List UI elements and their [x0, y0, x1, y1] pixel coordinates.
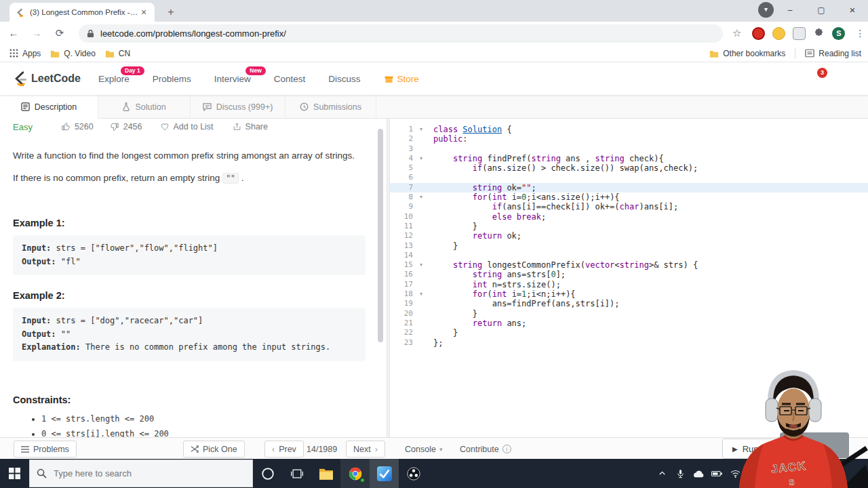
editor-line[interactable]: 14 — [390, 251, 868, 260]
editor-line[interactable]: 21 return ans; — [390, 319, 868, 328]
media-control-icon[interactable]: ▾ — [758, 2, 774, 18]
url-field[interactable]: leetcode.com/problems/longest-common-pre… — [79, 24, 723, 43]
editor-line[interactable]: 19 ans=findPref(ans,strs[i]); — [390, 299, 868, 308]
pick-one-button[interactable]: Pick One — [183, 441, 245, 458]
browser-tab[interactable]: (3) Longest Common Prefix - Le × — [9, 3, 155, 22]
task-view-icon[interactable] — [282, 459, 311, 488]
bookmarks-bar: Apps Q. Video CN Other bookmarks — [0, 45, 868, 62]
editor-line[interactable]: 12 return ok; — [390, 231, 868, 241]
browser-profile-avatar[interactable]: S — [832, 27, 845, 40]
fold-arrow-icon[interactable]: ▾ — [416, 154, 427, 163]
editor-line[interactable]: 17 int n=strs.size(); — [390, 280, 868, 289]
fold-gutter — [416, 309, 427, 319]
reading-list-button[interactable]: Reading list — [805, 49, 861, 58]
nav-item-contest[interactable]: Contest — [274, 74, 306, 84]
editor-line[interactable]: 22 } — [390, 328, 868, 338]
new-tab-button[interactable]: + — [165, 6, 177, 18]
fold-arrow-icon[interactable]: ▾ — [416, 125, 427, 134]
cortana-icon[interactable] — [253, 459, 282, 488]
refresh-icon[interactable]: ⟳ — [50, 24, 69, 43]
nav-item-explore[interactable]: ExploreDay 1 — [98, 74, 130, 84]
code-text: class Solution { — [427, 125, 868, 134]
apps-shortcut[interactable]: Apps — [9, 49, 41, 58]
tab-extension-icon[interactable] — [793, 27, 806, 40]
fold-arrow-icon[interactable]: ▾ — [416, 289, 427, 299]
problems-button[interactable]: Problems — [14, 441, 77, 458]
video-app-icon[interactable] — [370, 459, 399, 488]
tray-expand-icon[interactable] — [655, 468, 669, 479]
onedrive-icon[interactable] — [692, 468, 705, 479]
extensions-puzzle-icon[interactable] — [813, 28, 825, 39]
share-button[interactable]: Share — [233, 122, 268, 131]
console-button[interactable]: Console▾ — [405, 441, 442, 458]
contribute-button[interactable]: Contributei — [460, 441, 511, 458]
editor-line[interactable]: 11 } — [390, 222, 868, 231]
code-text: return ok; — [427, 231, 868, 241]
back-icon[interactable]: ← — [4, 24, 23, 43]
fold-arrow-icon[interactable]: ▾ — [416, 260, 427, 270]
fold-gutter — [416, 299, 427, 308]
emoji-extension-icon[interactable] — [772, 27, 785, 40]
description-scrollbar[interactable] — [378, 129, 383, 342]
editor-line[interactable]: 13 } — [390, 241, 868, 251]
fold-arrow-icon[interactable]: ▾ — [416, 192, 427, 202]
nav-item-interview[interactable]: InterviewNew — [214, 74, 251, 84]
bookmark-star-icon[interactable]: ☆ — [732, 27, 741, 39]
bookmark-item[interactable]: Q. Video — [50, 49, 95, 58]
fold-gutter — [416, 134, 427, 144]
red-extension-icon[interactable] — [752, 27, 765, 40]
dislike-button[interactable]: 2456 — [110, 122, 142, 131]
microphone-icon[interactable] — [673, 468, 687, 479]
forward-icon[interactable]: → — [27, 24, 46, 43]
next-button[interactable]: Next› — [346, 441, 385, 458]
code-text — [427, 173, 868, 182]
nav-item-problems[interactable]: Problems — [153, 74, 191, 84]
tab-discuss[interactable]: Discuss (999+) — [191, 95, 285, 119]
search-input[interactable] — [54, 468, 223, 479]
window-minimize-button[interactable]: – — [774, 0, 806, 20]
other-bookmarks[interactable]: Other bookmarks — [709, 49, 785, 58]
tab-description[interactable]: Description — [0, 95, 98, 119]
obs-icon[interactable] — [399, 459, 428, 488]
add-to-list-button[interactable]: Add to List — [160, 122, 214, 131]
editor-line[interactable]: 7 string ok=""; — [390, 183, 868, 192]
editor-line[interactable]: 3 — [390, 144, 868, 154]
editor-line[interactable]: 20 } — [390, 309, 868, 319]
fold-gutter — [416, 144, 427, 154]
fold-gutter — [416, 338, 427, 348]
code-text: if(ans[i]==check[i]) ok+=(char)ans[i]; — [427, 202, 868, 211]
editor-line[interactable]: 1▾class Solution { — [390, 125, 868, 134]
taskbar-search[interactable] — [29, 460, 253, 487]
fold-gutter — [416, 173, 427, 182]
editor-line[interactable]: 18▾ for(int i=1;i<n;i++){ — [390, 289, 868, 299]
nav-item-discuss[interactable]: Discuss — [328, 74, 360, 84]
like-button[interactable]: 5260 — [61, 122, 94, 131]
browser-menu-icon[interactable]: ⋮ — [855, 28, 865, 39]
line-number: 21 — [390, 319, 416, 328]
nav-item-store[interactable]: Store — [384, 74, 419, 84]
editor-line[interactable]: 15▾ string longestCommonPrefix(vector<st… — [390, 260, 868, 270]
tab-close-icon[interactable]: × — [138, 7, 149, 18]
code-text — [427, 251, 868, 260]
editor-line[interactable]: 10 else break; — [390, 212, 868, 222]
leetcode-logo-icon[interactable] — [12, 70, 27, 87]
chrome-icon[interactable] — [340, 459, 370, 488]
editor-line[interactable]: 4▾ string findPref(string ans , string c… — [390, 154, 868, 163]
editor-line[interactable]: 5 if(ans.size() > check.size()) swap(ans… — [390, 163, 868, 173]
file-explorer-icon[interactable] — [311, 459, 340, 488]
prev-button[interactable]: ‹Prev — [264, 441, 304, 458]
editor-line[interactable]: 23}; — [390, 338, 868, 348]
editor-line[interactable]: 16 string ans=strs[0]; — [390, 270, 868, 279]
store-icon — [384, 74, 394, 83]
editor-line[interactable]: 8▾ for(int i=0;i<ans.size();i++){ — [390, 192, 868, 202]
editor-line[interactable]: 9 if(ans[i]==check[i]) ok+=(char)ans[i]; — [390, 202, 868, 211]
window-close-button[interactable]: × — [837, 0, 868, 20]
window-maximize-button[interactable]: ▢ — [806, 0, 837, 20]
leetcode-wordmark[interactable]: LeetCode — [31, 73, 81, 85]
editor-line[interactable]: 2public: — [390, 134, 868, 144]
bookmark-item[interactable]: CN — [105, 49, 130, 58]
tab-solution[interactable]: Solution — [98, 95, 191, 119]
tab-submissions[interactable]: Submissions — [285, 95, 376, 119]
start-button[interactable] — [0, 459, 29, 488]
editor-line[interactable]: 6 — [390, 173, 868, 182]
